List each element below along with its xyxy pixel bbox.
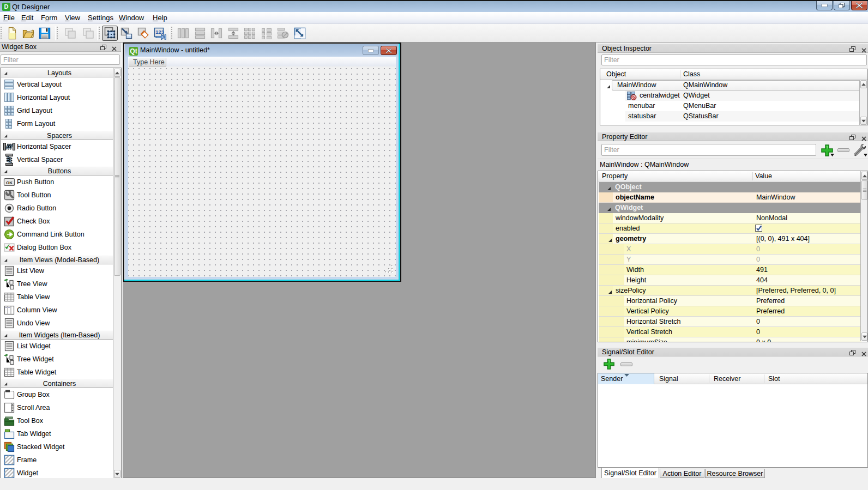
svg-text:123: 123 — [155, 29, 164, 35]
svg-text:OK: OK — [6, 180, 13, 185]
